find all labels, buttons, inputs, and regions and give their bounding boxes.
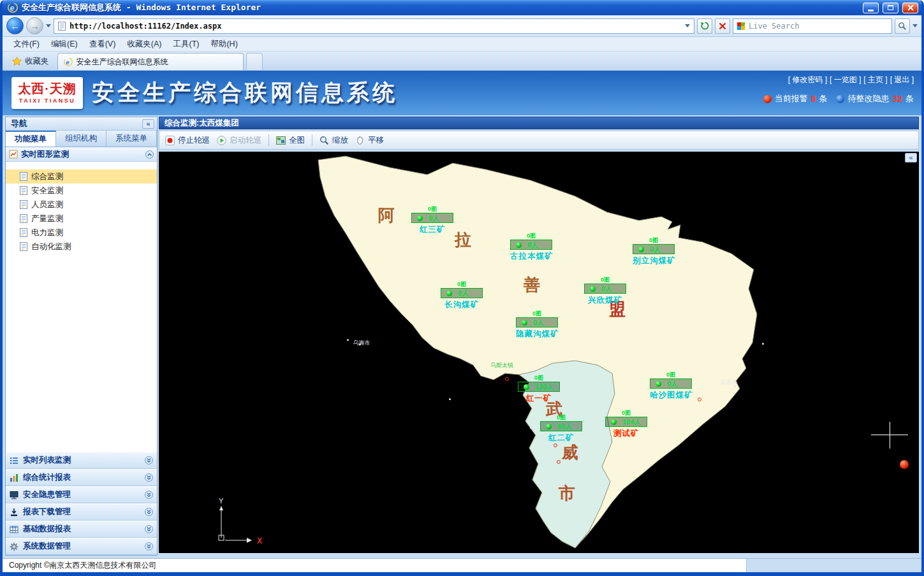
sidebar-accordion-section-1[interactable]: 综合统计报表 xyxy=(6,469,157,486)
menu-item[interactable]: 查看(V) xyxy=(84,38,122,51)
chevron-down-icon[interactable] xyxy=(145,473,153,482)
map-collapse-button[interactable]: « xyxy=(905,153,917,162)
header-link[interactable]: [ 主页 ] xyxy=(863,75,887,85)
toolbar-button-play[interactable]: 启动轮巡 xyxy=(217,135,261,146)
document-icon xyxy=(20,242,27,251)
mine-person-count: 0人 xyxy=(533,318,544,328)
gear-icon xyxy=(10,542,18,551)
back-button[interactable]: ← xyxy=(6,17,24,34)
address-bar: ← → http://localhost:11162/Index.aspx Li… xyxy=(3,15,921,37)
mine-name: 古拉本煤矿 xyxy=(510,251,552,262)
crosshair-cursor-v xyxy=(890,422,890,449)
history-dropdown-icon[interactable] xyxy=(46,24,51,27)
sidebar-accordion-section-4[interactable]: 基础数据报表 xyxy=(6,521,157,538)
menu-item[interactable]: 编辑(E) xyxy=(45,38,84,51)
mine-marker[interactable]: 0图60人红二矿 xyxy=(540,414,582,443)
url-field[interactable]: http://localhost:11162/Index.aspx xyxy=(54,18,694,34)
favorites-button[interactable]: 收藏夹 xyxy=(6,54,55,69)
sidebar-tab-1[interactable]: 组织机构 xyxy=(56,131,106,147)
refresh-button[interactable] xyxy=(697,18,712,34)
status-dot-icon xyxy=(417,215,423,221)
toolbar-separator xyxy=(312,134,312,146)
stop-button[interactable] xyxy=(715,18,730,34)
mine-marker[interactable]: 0图0人长沟煤矿 xyxy=(441,280,483,310)
sidebar-item-2[interactable]: 人员监测 xyxy=(6,198,157,212)
sidebar-tab-0[interactable]: 功能菜单 xyxy=(6,131,56,147)
toolbar-button-fullmap[interactable]: 全图 xyxy=(276,135,305,146)
mine-marker[interactable]: 0图0人古拉本煤矿 xyxy=(510,232,552,262)
toolbar-button-label: 启动轮巡 xyxy=(230,135,261,146)
document-icon xyxy=(20,228,27,237)
sidebar-item-0[interactable]: 综合监测 xyxy=(6,169,157,184)
new-tab-stub[interactable] xyxy=(246,53,263,70)
sidebar-collapse-button[interactable]: « xyxy=(142,119,154,129)
toolbar-button-label: 全图 xyxy=(289,135,305,146)
chevron-down-icon[interactable] xyxy=(145,542,153,551)
status-dot-icon xyxy=(524,384,529,390)
header-link[interactable]: [ 退出 ] xyxy=(890,75,914,85)
chevron-down-icon[interactable] xyxy=(145,456,153,464)
section-title: 实时图形监测 xyxy=(21,149,69,160)
svg-text:e: e xyxy=(10,4,14,13)
toolbar-button-zoom[interactable]: 缩放 xyxy=(319,135,348,146)
menu-item[interactable]: 收藏夹(A) xyxy=(121,38,167,51)
header-link[interactable]: [ 一览图 ] xyxy=(830,75,861,85)
url-dropdown-icon[interactable] xyxy=(685,24,690,27)
sidebar-spacer xyxy=(6,254,157,452)
toolbar-button-label: 缩放 xyxy=(332,135,348,146)
alert-ball-icon[interactable] xyxy=(900,460,909,469)
sidebar-accordion-section-0[interactable]: 实时列表监测 xyxy=(6,452,157,469)
mine-marker[interactable]: 0图0人哈沙图煤矿 xyxy=(650,371,692,401)
mine-person-count: 0人 xyxy=(429,213,439,223)
mine-person-count: 0人 xyxy=(527,240,538,250)
hazard-stat[interactable]: 待整改隐患 32 条 xyxy=(836,93,914,104)
sidebar-item-4[interactable]: 电力监测 xyxy=(6,226,157,240)
sidebar-tab-2[interactable]: 系统菜单 xyxy=(106,131,157,147)
mine-marker[interactable]: 0图104人测试矿 xyxy=(605,409,647,439)
region-label: 市 xyxy=(559,482,575,505)
town-dot-icon xyxy=(347,339,349,341)
chevron-down-icon[interactable] xyxy=(145,525,153,533)
sidebar-item-5[interactable]: 自动化监测 xyxy=(6,240,157,254)
svg-text:e: e xyxy=(66,59,70,66)
sidebar-accordion-section-2[interactable]: 安全隐患管理 xyxy=(6,486,157,503)
maximize-button[interactable] xyxy=(883,3,898,13)
search-input[interactable]: Live Search xyxy=(733,18,892,34)
sidebar-accordion-section-3[interactable]: 报表下载管理 xyxy=(6,503,157,521)
sidebar-section-graph-monitor[interactable]: 实时图形监测 xyxy=(6,147,157,162)
search-go-button[interactable] xyxy=(895,18,910,34)
mine-marker[interactable]: 0图0人隐藏沟煤矿 xyxy=(516,310,558,340)
close-button[interactable] xyxy=(902,3,918,13)
tab-active[interactable]: e 安全生产综合联网信息系统 xyxy=(57,53,244,70)
chevron-up-icon[interactable] xyxy=(145,150,154,159)
mine-marker[interactable]: 0图0人红三矿 xyxy=(411,205,453,235)
alarm-ring-icon xyxy=(557,460,561,464)
menu-item[interactable]: 文件(F) xyxy=(8,38,45,51)
chevron-down-icon[interactable] xyxy=(145,508,153,516)
forward-button[interactable]: → xyxy=(26,17,43,34)
alarm-stat[interactable]: 当前报警 8 条 xyxy=(763,93,828,104)
town-dot-icon xyxy=(734,385,736,387)
mine-alarm-badge: 0图 xyxy=(510,232,552,240)
download-icon xyxy=(10,508,18,517)
header-link[interactable]: [ 修改密码 ] xyxy=(788,75,827,85)
toolbar-button-stop[interactable]: 停止轮巡 xyxy=(165,135,210,146)
search-dropdown-icon[interactable] xyxy=(913,24,918,27)
sidebar-accordion-section-5[interactable]: 系统数据管理 xyxy=(6,538,157,555)
sidebar-item-label: 自动化监测 xyxy=(31,241,71,252)
url-text[interactable]: http://localhost:11162/Index.aspx xyxy=(70,22,681,31)
minimize-button[interactable] xyxy=(863,3,879,13)
header-links: [ 修改密码 ][ 一览图 ][ 主页 ][ 退出 ] xyxy=(763,75,914,85)
mine-marker[interactable]: 0图120人红一矿 xyxy=(518,374,560,404)
sidebar-menu-list: 综合监测安全监测人员监测产量监测电力监测自动化监测 xyxy=(6,162,157,254)
place-label: 乌海市 xyxy=(353,339,370,347)
mine-marker[interactable]: 0图0人兴欣煤矿 xyxy=(584,276,626,306)
chevron-down-icon[interactable] xyxy=(145,491,153,499)
sidebar-item-1[interactable]: 安全监测 xyxy=(6,184,157,198)
map-canvas[interactable]: 0图0人红三矿0图0人古拉本煤矿0图0人别立沟煤矿0图0人长沟煤矿0图0人兴欣煤… xyxy=(159,152,919,553)
sidebar-item-3[interactable]: 产量监测 xyxy=(6,212,157,226)
menu-item[interactable]: 工具(T) xyxy=(167,38,205,51)
toolbar-button-pan[interactable]: 平移 xyxy=(355,135,384,146)
menu-item[interactable]: 帮助(H) xyxy=(205,38,243,51)
mine-marker[interactable]: 0图0人别立沟煤矿 xyxy=(633,236,675,266)
